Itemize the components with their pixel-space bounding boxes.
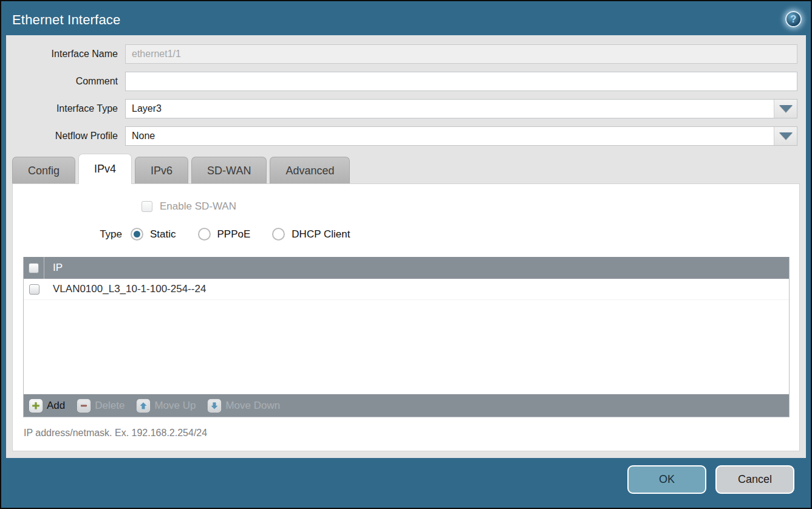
minus-icon (77, 399, 90, 412)
ip-cell: VLAN0100_L3_10-1-100-254--24 (44, 283, 206, 295)
radio-dhcp-client[interactable]: DHCP Client (272, 228, 350, 241)
move-down-button-label: Move Down (225, 400, 280, 412)
radio-static[interactable]: Static (131, 228, 176, 241)
move-down-button: Move Down (208, 399, 280, 412)
radio-dhcp-client-label: DHCP Client (292, 228, 350, 241)
netflow-profile-select[interactable]: None (125, 126, 797, 146)
ip-table: IP VLAN0100_L3_10-1-100-254--24 (23, 257, 790, 417)
help-icon[interactable]: ? (785, 11, 802, 27)
move-up-button-label: Move Up (154, 400, 196, 412)
ip-table-body: VLAN0100_L3_10-1-100-254--24 (24, 279, 789, 394)
radio-pppoe-label: PPPoE (217, 228, 251, 241)
comment-input[interactable] (125, 72, 797, 91)
enable-sdwan-label: Enable SD-WAN (160, 200, 236, 213)
ip-table-header: IP (24, 257, 789, 279)
enable-sdwan-row: Enable SD-WAN (13, 184, 799, 213)
tab-strip: Config IPv4 IPv6 SD-WAN Advanced (12, 154, 806, 183)
tab-advanced[interactable]: Advanced (270, 157, 350, 183)
interface-name-input (125, 44, 797, 64)
dialog-body: Interface Name Comment Interface Type La… (6, 35, 806, 458)
interface-type-value: Layer3 (126, 100, 774, 118)
select-all-checkbox[interactable] (29, 263, 39, 273)
delete-button-label: Delete (95, 400, 125, 412)
ethernet-interface-dialog: Ethernet Interface ? Interface Name Comm… (0, 0, 812, 509)
type-label: Type (13, 228, 131, 241)
ip-column-header: IP (44, 262, 63, 274)
chevron-down-icon (779, 105, 793, 112)
tab-config[interactable]: Config (12, 157, 75, 183)
delete-button: Delete (77, 399, 125, 412)
interface-name-row: Interface Name (6, 44, 797, 64)
add-button-label: Add (47, 400, 65, 412)
plus-icon (29, 399, 43, 412)
ok-button[interactable]: OK (627, 465, 706, 494)
select-all-cell (24, 257, 44, 279)
row-checkbox-cell (24, 279, 44, 299)
type-row: Type Static PPPoE DHCP Client (13, 228, 799, 241)
radio-pppoe[interactable]: PPPoE (198, 228, 251, 241)
comment-row: Comment (6, 72, 797, 91)
radio-static-label: Static (150, 228, 176, 241)
radio-dot (134, 231, 140, 237)
tab-ipv6[interactable]: IPv6 (135, 157, 188, 183)
move-up-button: Move Up (137, 399, 196, 412)
radio-pppoe-control[interactable] (198, 228, 211, 241)
ipv4-panel: Enable SD-WAN Type Static PPPoE DHCP Cli… (12, 183, 800, 451)
interface-type-select[interactable]: Layer3 (125, 99, 797, 118)
interface-type-label: Interface Type (6, 103, 125, 114)
netflow-profile-dropdown-button[interactable] (774, 127, 797, 145)
table-toolbar: Add Delete Move Up (24, 394, 789, 417)
tab-sdwan[interactable]: SD-WAN (191, 157, 267, 183)
comment-label: Comment (6, 76, 125, 87)
netflow-profile-row: Netflow Profile None (6, 126, 797, 146)
interface-name-label: Interface Name (6, 49, 125, 60)
chevron-down-icon (779, 132, 793, 140)
radio-static-control[interactable] (131, 228, 143, 241)
tab-ipv4[interactable]: IPv4 (78, 154, 132, 184)
add-button[interactable]: Add (29, 399, 65, 412)
netflow-profile-label: Netflow Profile (6, 131, 125, 142)
arrow-down-icon (208, 399, 221, 412)
table-row[interactable]: VLAN0100_L3_10-1-100-254--24 (24, 279, 789, 300)
netflow-profile-value: None (126, 127, 774, 145)
ip-format-hint: IP address/netmask. Ex. 192.168.2.254/24 (24, 428, 799, 439)
title-bar: Ethernet Interface ? (2, 1, 810, 35)
enable-sdwan-checkbox (142, 201, 152, 212)
row-checkbox[interactable] (29, 284, 39, 295)
radio-dhcp-client-control[interactable] (272, 228, 285, 241)
cancel-button[interactable]: Cancel (715, 465, 794, 494)
interface-type-dropdown-button[interactable] (774, 100, 797, 118)
dialog-title: Ethernet Interface (12, 12, 120, 28)
interface-type-row: Interface Type Layer3 (6, 99, 797, 118)
arrow-up-icon (137, 399, 150, 412)
